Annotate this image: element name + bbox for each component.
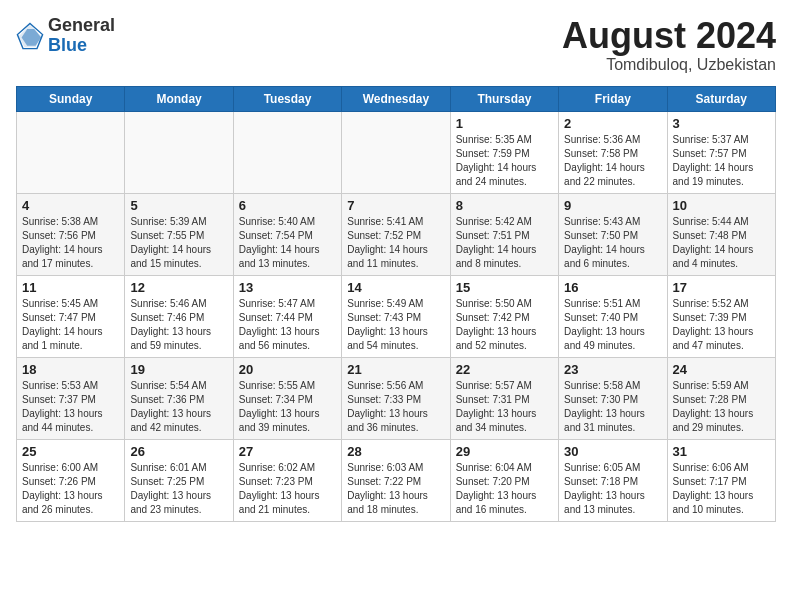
day-info: Sunrise: 5:49 AM Sunset: 7:43 PM Dayligh… <box>347 297 444 353</box>
day-info: Sunrise: 6:02 AM Sunset: 7:23 PM Dayligh… <box>239 461 336 517</box>
calendar-week-2: 4Sunrise: 5:38 AM Sunset: 7:56 PM Daylig… <box>17 193 776 275</box>
logo-general-text: General <box>48 16 115 36</box>
day-number: 13 <box>239 280 336 295</box>
calendar-cell: 12Sunrise: 5:46 AM Sunset: 7:46 PM Dayli… <box>125 275 233 357</box>
calendar-cell: 13Sunrise: 5:47 AM Sunset: 7:44 PM Dayli… <box>233 275 341 357</box>
day-number: 14 <box>347 280 444 295</box>
calendar-cell <box>17 111 125 193</box>
page-header: General Blue August 2024 Tomdibuloq, Uzb… <box>16 16 776 74</box>
calendar-header-friday: Friday <box>559 86 667 111</box>
location-subtitle: Tomdibuloq, Uzbekistan <box>562 56 776 74</box>
day-info: Sunrise: 5:54 AM Sunset: 7:36 PM Dayligh… <box>130 379 227 435</box>
calendar-header-tuesday: Tuesday <box>233 86 341 111</box>
calendar-cell: 28Sunrise: 6:03 AM Sunset: 7:22 PM Dayli… <box>342 439 450 521</box>
calendar-cell: 7Sunrise: 5:41 AM Sunset: 7:52 PM Daylig… <box>342 193 450 275</box>
day-number: 9 <box>564 198 661 213</box>
day-info: Sunrise: 5:43 AM Sunset: 7:50 PM Dayligh… <box>564 215 661 271</box>
logo-text: General Blue <box>48 16 115 56</box>
logo-blue-text: Blue <box>48 36 115 56</box>
day-number: 1 <box>456 116 553 131</box>
day-info: Sunrise: 5:39 AM Sunset: 7:55 PM Dayligh… <box>130 215 227 271</box>
day-info: Sunrise: 6:03 AM Sunset: 7:22 PM Dayligh… <box>347 461 444 517</box>
calendar-cell: 19Sunrise: 5:54 AM Sunset: 7:36 PM Dayli… <box>125 357 233 439</box>
calendar-week-5: 25Sunrise: 6:00 AM Sunset: 7:26 PM Dayli… <box>17 439 776 521</box>
day-info: Sunrise: 5:44 AM Sunset: 7:48 PM Dayligh… <box>673 215 770 271</box>
calendar-cell: 3Sunrise: 5:37 AM Sunset: 7:57 PM Daylig… <box>667 111 775 193</box>
calendar-week-3: 11Sunrise: 5:45 AM Sunset: 7:47 PM Dayli… <box>17 275 776 357</box>
calendar-header-row: SundayMondayTuesdayWednesdayThursdayFrid… <box>17 86 776 111</box>
day-number: 28 <box>347 444 444 459</box>
day-info: Sunrise: 5:50 AM Sunset: 7:42 PM Dayligh… <box>456 297 553 353</box>
calendar-cell: 20Sunrise: 5:55 AM Sunset: 7:34 PM Dayli… <box>233 357 341 439</box>
day-info: Sunrise: 5:42 AM Sunset: 7:51 PM Dayligh… <box>456 215 553 271</box>
day-info: Sunrise: 6:04 AM Sunset: 7:20 PM Dayligh… <box>456 461 553 517</box>
day-info: Sunrise: 5:41 AM Sunset: 7:52 PM Dayligh… <box>347 215 444 271</box>
calendar-cell <box>125 111 233 193</box>
calendar-cell <box>342 111 450 193</box>
day-number: 31 <box>673 444 770 459</box>
day-info: Sunrise: 5:52 AM Sunset: 7:39 PM Dayligh… <box>673 297 770 353</box>
calendar-cell: 5Sunrise: 5:39 AM Sunset: 7:55 PM Daylig… <box>125 193 233 275</box>
logo: General Blue <box>16 16 115 56</box>
day-info: Sunrise: 5:35 AM Sunset: 7:59 PM Dayligh… <box>456 133 553 189</box>
day-number: 7 <box>347 198 444 213</box>
day-info: Sunrise: 5:37 AM Sunset: 7:57 PM Dayligh… <box>673 133 770 189</box>
day-number: 23 <box>564 362 661 377</box>
calendar-header-wednesday: Wednesday <box>342 86 450 111</box>
day-info: Sunrise: 5:55 AM Sunset: 7:34 PM Dayligh… <box>239 379 336 435</box>
calendar-cell: 16Sunrise: 5:51 AM Sunset: 7:40 PM Dayli… <box>559 275 667 357</box>
calendar-header-saturday: Saturday <box>667 86 775 111</box>
day-number: 17 <box>673 280 770 295</box>
day-number: 29 <box>456 444 553 459</box>
day-number: 11 <box>22 280 119 295</box>
day-info: Sunrise: 5:53 AM Sunset: 7:37 PM Dayligh… <box>22 379 119 435</box>
day-number: 27 <box>239 444 336 459</box>
calendar-cell: 17Sunrise: 5:52 AM Sunset: 7:39 PM Dayli… <box>667 275 775 357</box>
calendar-cell: 27Sunrise: 6:02 AM Sunset: 7:23 PM Dayli… <box>233 439 341 521</box>
day-info: Sunrise: 5:36 AM Sunset: 7:58 PM Dayligh… <box>564 133 661 189</box>
day-number: 25 <box>22 444 119 459</box>
calendar-header-sunday: Sunday <box>17 86 125 111</box>
calendar-week-1: 1Sunrise: 5:35 AM Sunset: 7:59 PM Daylig… <box>17 111 776 193</box>
day-number: 3 <box>673 116 770 131</box>
calendar-week-4: 18Sunrise: 5:53 AM Sunset: 7:37 PM Dayli… <box>17 357 776 439</box>
day-number: 18 <box>22 362 119 377</box>
day-number: 15 <box>456 280 553 295</box>
day-number: 19 <box>130 362 227 377</box>
day-number: 2 <box>564 116 661 131</box>
calendar-cell: 14Sunrise: 5:49 AM Sunset: 7:43 PM Dayli… <box>342 275 450 357</box>
day-info: Sunrise: 5:57 AM Sunset: 7:31 PM Dayligh… <box>456 379 553 435</box>
day-number: 4 <box>22 198 119 213</box>
day-number: 24 <box>673 362 770 377</box>
day-number: 6 <box>239 198 336 213</box>
calendar-cell: 1Sunrise: 5:35 AM Sunset: 7:59 PM Daylig… <box>450 111 558 193</box>
calendar-cell: 25Sunrise: 6:00 AM Sunset: 7:26 PM Dayli… <box>17 439 125 521</box>
calendar-cell: 30Sunrise: 6:05 AM Sunset: 7:18 PM Dayli… <box>559 439 667 521</box>
logo-icon <box>16 22 44 50</box>
day-number: 21 <box>347 362 444 377</box>
calendar-cell: 15Sunrise: 5:50 AM Sunset: 7:42 PM Dayli… <box>450 275 558 357</box>
day-info: Sunrise: 5:46 AM Sunset: 7:46 PM Dayligh… <box>130 297 227 353</box>
day-number: 20 <box>239 362 336 377</box>
calendar-cell: 22Sunrise: 5:57 AM Sunset: 7:31 PM Dayli… <box>450 357 558 439</box>
calendar-cell: 23Sunrise: 5:58 AM Sunset: 7:30 PM Dayli… <box>559 357 667 439</box>
calendar-header-monday: Monday <box>125 86 233 111</box>
calendar-cell: 4Sunrise: 5:38 AM Sunset: 7:56 PM Daylig… <box>17 193 125 275</box>
day-info: Sunrise: 6:06 AM Sunset: 7:17 PM Dayligh… <box>673 461 770 517</box>
day-number: 16 <box>564 280 661 295</box>
day-info: Sunrise: 6:05 AM Sunset: 7:18 PM Dayligh… <box>564 461 661 517</box>
day-info: Sunrise: 5:38 AM Sunset: 7:56 PM Dayligh… <box>22 215 119 271</box>
calendar-cell: 2Sunrise: 5:36 AM Sunset: 7:58 PM Daylig… <box>559 111 667 193</box>
day-info: Sunrise: 6:00 AM Sunset: 7:26 PM Dayligh… <box>22 461 119 517</box>
calendar-header-thursday: Thursday <box>450 86 558 111</box>
title-block: August 2024 Tomdibuloq, Uzbekistan <box>562 16 776 74</box>
calendar-cell: 6Sunrise: 5:40 AM Sunset: 7:54 PM Daylig… <box>233 193 341 275</box>
calendar-cell: 31Sunrise: 6:06 AM Sunset: 7:17 PM Dayli… <box>667 439 775 521</box>
calendar-cell: 10Sunrise: 5:44 AM Sunset: 7:48 PM Dayli… <box>667 193 775 275</box>
day-number: 26 <box>130 444 227 459</box>
calendar-cell <box>233 111 341 193</box>
day-info: Sunrise: 5:47 AM Sunset: 7:44 PM Dayligh… <box>239 297 336 353</box>
calendar-cell: 21Sunrise: 5:56 AM Sunset: 7:33 PM Dayli… <box>342 357 450 439</box>
calendar-cell: 24Sunrise: 5:59 AM Sunset: 7:28 PM Dayli… <box>667 357 775 439</box>
calendar-cell: 11Sunrise: 5:45 AM Sunset: 7:47 PM Dayli… <box>17 275 125 357</box>
